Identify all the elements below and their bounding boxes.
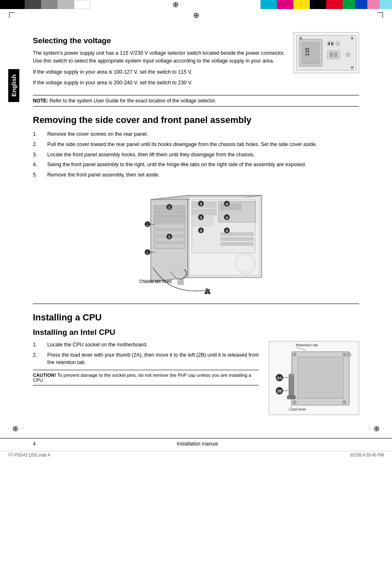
cpu-subtitle: Installing an Intel CPU — [33, 328, 359, 337]
voltage-image-area: 115 — [293, 32, 359, 90]
svg-rect-71 — [298, 357, 343, 398]
step-text: Pull the side cover toward the rear pane… — [47, 141, 317, 148]
svg-text:2A: 2A — [277, 376, 282, 380]
crop-marks-row: ⊕ — [0, 9, 392, 20]
reg-mark-top-center: ⊕ — [193, 11, 199, 20]
language-tab: English — [8, 69, 19, 102]
svg-rect-38 — [221, 242, 254, 246]
svg-text:4: 4 — [226, 202, 228, 206]
cpu-step-text: Locate the CPU socket on the motherboard… — [47, 341, 148, 349]
reg-mark-center: ⊕ — [168, 0, 183, 9]
svg-text:1: 1 — [168, 205, 170, 209]
step-4: 4. Swing the front panel assembly to the… — [33, 161, 359, 169]
svg-rect-35 — [192, 222, 212, 226]
bottom-left: V7-P5G43 QSG.indb 4 — [8, 453, 50, 457]
svg-text:Retention tab: Retention tab — [296, 343, 318, 347]
footer-center: Installation manual — [177, 441, 218, 447]
step-text: Remove the front panel assembly, then se… — [47, 171, 160, 179]
svg-rect-33 — [192, 209, 217, 215]
svg-rect-26 — [154, 224, 185, 229]
cpu-section: 1. Locate the CPU socket on the motherbo… — [33, 341, 359, 415]
computer-diagram-area: 1 1 2 2 3 — [33, 187, 359, 295]
diagram-container: 1 1 2 2 3 — [110, 187, 282, 295]
side-cover-title: Removing the side cover and front panel … — [33, 115, 359, 125]
page-number: 4 — [33, 441, 36, 447]
svg-text:3: 3 — [200, 202, 202, 206]
caution-text: To prevent damage to the socket pins, do… — [33, 373, 251, 383]
caution-label: CAUTION! — [33, 373, 56, 378]
caution-box: CAUTION! To prevent damage to the socket… — [33, 370, 259, 385]
svg-point-13 — [347, 54, 349, 56]
cpu-step-1: 1. Locate the CPU socket on the motherbo… — [33, 341, 259, 349]
note-box: NOTE: Refer to the system User Guide for… — [33, 95, 359, 107]
svg-text:115: 115 — [304, 47, 310, 56]
svg-rect-98 — [287, 396, 295, 399]
svg-text:4: 4 — [226, 216, 228, 220]
svg-rect-10 — [330, 52, 333, 57]
cpu-step-2: 2. Press the load lever with your thumb … — [33, 351, 259, 367]
svg-text:1: 1 — [168, 235, 170, 239]
step-5: 5. Remove the front panel assembly, then… — [33, 171, 359, 179]
svg-line-69 — [296, 347, 306, 350]
svg-text:2B: 2B — [277, 389, 282, 393]
cpu-step-text: Press the load lever with your thumb (2A… — [47, 351, 259, 367]
step-1: 1. Remove the cover screws on the rear p… — [33, 130, 359, 138]
crop-mark-tr — [377, 12, 383, 18]
svg-text:4: 4 — [206, 292, 208, 294]
svg-rect-9 — [327, 51, 340, 59]
cpu-text: 1. Locate the CPU socket on the motherbo… — [33, 341, 259, 415]
crosshairs-bottom: ⊕ ⊕ — [0, 423, 392, 434]
svg-rect-66 — [180, 281, 182, 283]
voltage-text: Selecting the voltage The system's power… — [33, 32, 285, 90]
section-divider — [33, 304, 359, 304]
svg-rect-32 — [192, 202, 217, 208]
crop-mark-tl — [9, 12, 15, 18]
svg-rect-11 — [334, 52, 337, 57]
step-num: 4. — [33, 161, 47, 169]
note-text: Refer to the system User Guide for the e… — [50, 98, 217, 104]
step-num: 1. — [33, 130, 47, 138]
svg-text:4: 4 — [226, 229, 228, 233]
cpu-step-num: 1. — [33, 341, 47, 349]
side-cover-steps: 1. Remove the cover screws on the rear p… — [33, 130, 359, 179]
page-footer: 4 Installation manual — [0, 438, 392, 449]
step-num: 2. — [33, 141, 47, 148]
svg-point-99 — [289, 373, 293, 378]
cpu-svg: Retention tab — [269, 341, 357, 413]
voltage-svg: 115 — [295, 33, 358, 72]
voltage-para3: If the voltage supply in your area is 20… — [33, 79, 285, 87]
svg-rect-25 — [154, 215, 185, 222]
voltage-title: Selecting the voltage — [33, 36, 285, 45]
step-text: Swing the front panel assembly to the ri… — [47, 161, 306, 169]
svg-point-8 — [337, 43, 339, 44]
cpu-step-num: 2. — [33, 351, 47, 367]
voltage-diagram: 115 — [293, 32, 359, 73]
computer-diagram-svg: 1 1 2 2 3 — [110, 187, 282, 294]
color-bar: ⊕ — [0, 0, 392, 9]
voltage-section: Selecting the voltage The system's power… — [33, 32, 359, 90]
svg-rect-6 — [331, 42, 333, 45]
main-content: Selecting the voltage The system's power… — [0, 20, 392, 423]
svg-rect-37 — [221, 237, 254, 241]
svg-rect-29 — [154, 244, 185, 248]
voltage-para2: If the voltage supply in your area is 10… — [33, 68, 285, 76]
step-num: 5. — [33, 171, 47, 179]
svg-rect-5 — [328, 42, 330, 45]
cpu-steps: 1. Locate the CPU socket on the motherbo… — [33, 341, 259, 367]
cpu-diagram: Retention tab — [269, 341, 359, 415]
cpu-image-area: Retention tab — [269, 341, 359, 415]
step-text: Locate the front panel assembly hooks, t… — [47, 151, 255, 159]
cpu-title: Installing a CPU — [33, 312, 359, 323]
svg-text:2: 2 — [146, 223, 148, 227]
svg-text:3: 3 — [200, 216, 202, 220]
svg-text:3: 3 — [200, 229, 202, 233]
step-text: Remove the cover screws on the rear pane… — [47, 130, 148, 138]
svg-rect-40 — [221, 204, 241, 210]
note-label: NOTE: — [33, 98, 48, 104]
bottom-right: 9/1/09 4:59:46 PM — [350, 453, 384, 457]
bottom-bar: V7-P5G43 QSG.indb 4 9/1/09 4:59:46 PM — [0, 451, 392, 459]
step-2: 2. Pull the side cover toward the rear p… — [33, 141, 359, 148]
voltage-para1: The system's power supply unit has a 115… — [33, 49, 285, 65]
svg-text:2: 2 — [146, 251, 148, 255]
reg-mark-bottom-right: ⊕ — [374, 424, 380, 433]
